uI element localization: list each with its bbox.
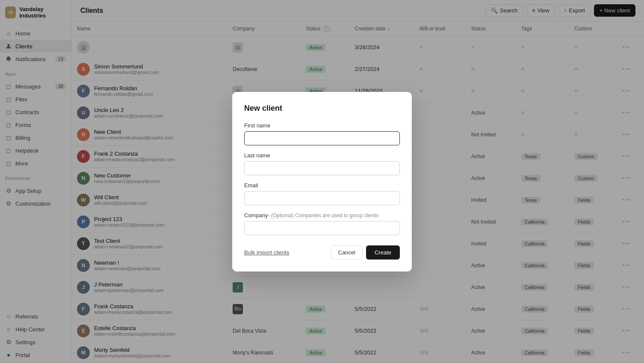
modal-overlay[interactable]: New client First name Last name Email Co… xyxy=(0,0,644,363)
new-client-modal: New client First name Last name Email Co… xyxy=(232,92,412,272)
first-name-field: First name xyxy=(244,122,400,145)
last-name-field: Last name xyxy=(244,152,400,175)
company-note: - (Optional) Companies are used to group… xyxy=(268,212,379,218)
modal-title: New client xyxy=(244,104,400,113)
company-field: Company- (Optional) Companies are used t… xyxy=(244,212,400,235)
bulk-import-link[interactable]: Bulk import clients xyxy=(244,249,289,256)
email-field: Email xyxy=(244,182,400,205)
email-label: Email xyxy=(244,182,400,189)
last-name-label: Last name xyxy=(244,152,400,159)
email-input[interactable] xyxy=(244,191,400,205)
cancel-button[interactable]: Cancel xyxy=(331,245,363,260)
first-name-input[interactable] xyxy=(244,131,400,145)
modal-actions: Cancel Create xyxy=(331,245,400,260)
company-label: Company- (Optional) Companies are used t… xyxy=(244,212,400,218)
first-name-label: First name xyxy=(244,122,400,129)
last-name-input[interactable] xyxy=(244,161,400,175)
company-input[interactable] xyxy=(244,221,400,235)
modal-footer: Bulk import clients Cancel Create xyxy=(244,245,400,260)
create-button[interactable]: Create xyxy=(366,245,400,260)
